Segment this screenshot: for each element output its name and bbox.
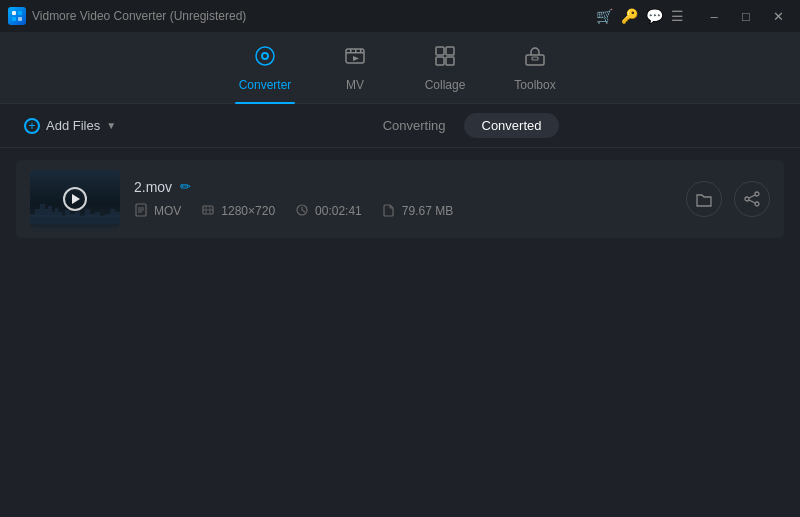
- tab-collage[interactable]: Collage: [400, 32, 490, 104]
- tab-collage-label: Collage: [425, 78, 466, 92]
- format-icon: [134, 203, 148, 220]
- play-button[interactable]: [63, 187, 87, 211]
- tab-converter[interactable]: Converter: [220, 32, 310, 104]
- svg-rect-1: [18, 11, 22, 15]
- toolbox-icon: [523, 44, 547, 74]
- svg-rect-0: [12, 11, 16, 15]
- svg-rect-14: [446, 47, 454, 55]
- add-files-button[interactable]: + Add Files ▼: [16, 114, 124, 138]
- duration-meta: 00:02:41: [295, 203, 362, 220]
- svg-rect-18: [532, 57, 538, 60]
- converting-tab[interactable]: Converting: [365, 113, 464, 138]
- filesize-value: 79.67 MB: [402, 204, 453, 218]
- close-button[interactable]: ✕: [764, 4, 792, 28]
- svg-rect-3: [18, 17, 22, 21]
- svg-line-31: [302, 210, 305, 212]
- filesize-icon: [382, 203, 396, 220]
- svg-point-33: [755, 202, 759, 206]
- converted-tab[interactable]: Converted: [464, 113, 560, 138]
- svg-line-36: [749, 200, 755, 203]
- content-area: 2.mov ✏ MOV: [0, 148, 800, 517]
- file-info: 2.mov ✏ MOV: [134, 179, 672, 220]
- app-title: Vidmore Video Converter (Unregistered): [32, 9, 246, 23]
- app-icon: [8, 7, 26, 25]
- plus-icon: +: [24, 118, 40, 134]
- resolution-meta: 1280×720: [201, 203, 275, 220]
- svg-rect-8: [346, 52, 364, 54]
- app-window: Vidmore Video Converter (Unregistered) 🛒…: [0, 0, 800, 517]
- svg-rect-15: [436, 57, 444, 65]
- tab-switches: Converting Converted: [365, 113, 560, 138]
- svg-line-35: [749, 195, 755, 198]
- minimize-button[interactable]: –: [700, 4, 728, 28]
- tab-mv[interactable]: MV: [310, 32, 400, 104]
- clock-icon: [295, 203, 309, 220]
- format-value: MOV: [154, 204, 181, 218]
- tab-mv-label: MV: [346, 78, 364, 92]
- maximize-button[interactable]: □: [732, 4, 760, 28]
- svg-rect-9: [350, 49, 352, 52]
- video-thumbnail: [30, 170, 120, 228]
- file-name: 2.mov: [134, 179, 172, 195]
- svg-point-32: [755, 192, 759, 196]
- svg-rect-10: [355, 49, 357, 52]
- toolbar-row: + Add Files ▼ Converting Converted: [0, 104, 800, 148]
- cart-icon[interactable]: 🛒: [596, 8, 613, 24]
- svg-marker-12: [353, 56, 359, 61]
- chevron-down-icon: ▼: [106, 120, 116, 131]
- gift-icon[interactable]: 🔑: [621, 8, 638, 24]
- collage-icon: [433, 44, 457, 74]
- file-actions: [686, 181, 770, 217]
- svg-point-6: [263, 54, 267, 58]
- format-meta: MOV: [134, 203, 181, 220]
- svg-point-34: [745, 197, 749, 201]
- add-files-label: Add Files: [46, 118, 100, 133]
- menu-icon[interactable]: ☰: [671, 8, 684, 24]
- chat-icon[interactable]: 💬: [646, 8, 663, 24]
- tab-toolbox[interactable]: Toolbox: [490, 32, 580, 104]
- converter-icon: [253, 44, 277, 74]
- tab-toolbox-label: Toolbox: [514, 78, 555, 92]
- svg-rect-11: [360, 49, 362, 52]
- nav-tabs: Converter MV: [0, 32, 800, 104]
- svg-rect-2: [12, 17, 16, 21]
- filesize-meta: 79.67 MB: [382, 203, 453, 220]
- mv-icon: [343, 44, 367, 74]
- share-button[interactable]: [734, 181, 770, 217]
- open-folder-button[interactable]: [686, 181, 722, 217]
- title-bar: Vidmore Video Converter (Unregistered) 🛒…: [0, 0, 800, 32]
- duration-value: 00:02:41: [315, 204, 362, 218]
- svg-rect-16: [446, 57, 454, 65]
- svg-rect-13: [436, 47, 444, 55]
- tab-converter-label: Converter: [239, 78, 292, 92]
- resolution-value: 1280×720: [221, 204, 275, 218]
- resolution-icon: [201, 203, 215, 220]
- file-item: 2.mov ✏ MOV: [16, 160, 784, 238]
- edit-icon[interactable]: ✏: [180, 179, 191, 194]
